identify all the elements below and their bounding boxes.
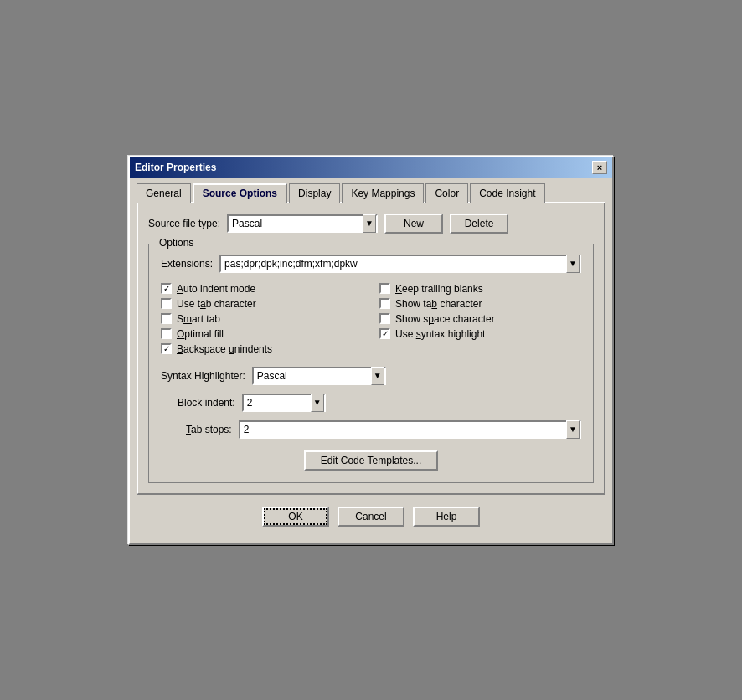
tab-stops-label: Tab stops:	[161, 424, 232, 435]
extensions-wrapper: pas;dpr;dpk;inc;dfm;xfm;dpkw ▼	[219, 255, 581, 273]
edit-code-templates-container: Edit Code Templates...	[161, 450, 581, 471]
delete-button[interactable]: Delete	[450, 214, 508, 234]
checkbox-use-syntax-highlight: Use syntax highlight	[379, 328, 581, 340]
help-button[interactable]: Help	[413, 507, 480, 527]
new-button[interactable]: New	[384, 214, 443, 234]
backspace-unindents-checkbox[interactable]	[161, 343, 172, 354]
checkbox-use-tab-character: Use tab character	[161, 298, 363, 310]
extensions-label: Extensions:	[161, 258, 213, 270]
cancel-button[interactable]: Cancel	[338, 507, 404, 527]
tab-content: Source file type: Pascal ▼ New Delete Op…	[137, 202, 605, 495]
checkbox-optimal-fill: Optimal fill	[161, 328, 363, 340]
ok-button[interactable]: OK	[262, 507, 329, 527]
block-indent-select[interactable]: 2	[242, 394, 326, 412]
title-bar: Editor Properties ×	[130, 157, 612, 178]
auto-indent-mode-checkbox[interactable]	[161, 283, 172, 294]
block-indent-wrapper: 2 ▼	[242, 394, 326, 412]
extensions-row: Extensions: pas;dpr;dpk;inc;dfm;xfm;dpkw…	[161, 255, 581, 273]
checkbox-backspace-unindents: Backspace unindents	[161, 343, 363, 355]
smart-tab-checkbox[interactable]	[161, 313, 172, 324]
edit-code-templates-button[interactable]: Edit Code Templates...	[304, 450, 438, 471]
optimal-fill-checkbox[interactable]	[161, 328, 172, 339]
tabs-container: General Source Options Display Key Mappi…	[137, 183, 605, 203]
dialog-title: Editor Properties	[135, 162, 216, 173]
options-group: Options Extensions: pas;dpr;dpk;inc;dfm;…	[148, 244, 594, 483]
dialog-footer: OK Cancel Help	[137, 495, 605, 535]
tab-key-mappings[interactable]: Key Mappings	[342, 183, 424, 203]
syntax-highlighter-select[interactable]: Pascal	[252, 367, 386, 385]
checkbox-show-space-character: Show space character	[379, 313, 581, 325]
tab-general[interactable]: General	[137, 183, 191, 203]
keep-trailing-blanks-checkbox[interactable]	[379, 283, 390, 294]
checkboxes-grid: Auto indent mode Keep trailing blanks Us…	[161, 283, 581, 355]
syntax-highlighter-wrapper: Pascal ▼	[252, 367, 386, 385]
editor-properties-dialog: Editor Properties × General Source Optio…	[128, 156, 614, 545]
source-file-type-label: Source file type:	[148, 218, 220, 229]
syntax-highlighter-label: Syntax Highlighter:	[161, 370, 245, 382]
extensions-select[interactable]: pas;dpr;dpk;inc;dfm;xfm;dpkw	[219, 255, 581, 273]
tab-stops-row: Tab stops: 2 ▼	[161, 420, 581, 439]
checkbox-smart-tab: Smart tab	[161, 313, 363, 325]
close-button[interactable]: ×	[592, 161, 607, 174]
use-syntax-highlight-checkbox[interactable]	[379, 328, 390, 339]
tab-source-options[interactable]: Source Options	[193, 183, 287, 203]
block-indent-row: Block indent: 2 ▼	[161, 394, 581, 412]
checkbox-show-tab-character: Show tab character	[379, 298, 581, 310]
options-group-label: Options	[156, 237, 197, 249]
show-tab-character-checkbox[interactable]	[379, 298, 390, 309]
checkbox-auto-indent-mode: Auto indent mode	[161, 283, 363, 295]
syntax-highlighter-row: Syntax Highlighter: Pascal ▼	[161, 367, 581, 385]
tab-stops-select[interactable]: 2	[239, 420, 581, 439]
source-file-type-row: Source file type: Pascal ▼ New Delete	[148, 214, 594, 234]
source-file-type-select[interactable]: Pascal	[227, 214, 378, 233]
tab-display[interactable]: Display	[289, 183, 340, 203]
use-tab-character-checkbox[interactable]	[161, 298, 172, 309]
tab-code-insight[interactable]: Code Insight	[470, 183, 544, 203]
show-space-character-checkbox[interactable]	[379, 313, 390, 324]
checkbox-keep-trailing-blanks: Keep trailing blanks	[379, 283, 581, 295]
dialog-body: General Source Options Display Key Mappi…	[130, 178, 612, 543]
block-indent-label: Block indent:	[161, 397, 235, 409]
tab-color[interactable]: Color	[425, 183, 468, 203]
tab-stops-wrapper: 2 ▼	[239, 420, 581, 439]
source-file-type-wrapper: Pascal ▼	[227, 214, 378, 233]
